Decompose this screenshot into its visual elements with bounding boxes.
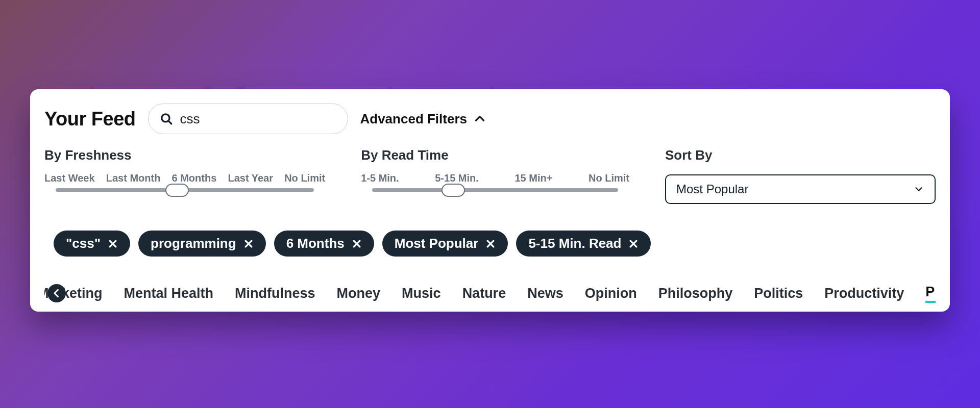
freshness-tick: Last Month	[106, 172, 161, 184]
freshness-slider[interactable]: Last Week Last Month 6 Months Last Year …	[44, 172, 325, 192]
readtime-tick: No Limit	[589, 172, 629, 184]
category-tab[interactable]: Nature	[462, 286, 506, 301]
category-tab[interactable]: Programming	[925, 284, 936, 303]
freshness-control: By Freshness Last Week Last Month 6 Mont…	[44, 147, 325, 204]
freshness-label: By Freshness	[44, 147, 325, 163]
readtime-slider[interactable]: 1-5 Min. 5-15 Min. 15 Min+ No Limit	[361, 172, 629, 192]
search-icon	[160, 112, 173, 125]
advanced-filters-label: Advanced Filters	[360, 111, 468, 127]
category-tab[interactable]: Politics	[754, 286, 803, 301]
filter-chip[interactable]: 5-15 Min. Read	[516, 231, 651, 257]
close-icon[interactable]	[485, 239, 496, 249]
feed-filter-card: Your Feed Advanced Filters By Freshness …	[30, 89, 950, 312]
readtime-ticks: 1-5 Min. 5-15 Min. 15 Min+ No Limit	[361, 172, 629, 184]
category-strip: MarketingMental HealthMindfulnessMoneyMu…	[44, 279, 936, 308]
readtime-thumb[interactable]	[442, 184, 465, 197]
filter-chip[interactable]: programming	[138, 231, 266, 257]
filter-chip[interactable]: Most Popular	[382, 231, 508, 257]
search-field-wrap[interactable]	[148, 104, 348, 134]
freshness-tick: Last Week	[44, 172, 95, 184]
chevron-left-icon	[52, 288, 62, 298]
readtime-tick: 1-5 Min.	[361, 172, 399, 184]
advanced-filters-toggle[interactable]: Advanced Filters	[360, 111, 487, 127]
readtime-tick: 5-15 Min.	[435, 172, 479, 184]
page-title: Your Feed	[44, 108, 136, 130]
readtime-label: By Read Time	[361, 147, 629, 163]
readtime-tick: 15 Min+	[514, 172, 552, 184]
category-tab[interactable]: Opinion	[585, 286, 637, 301]
header-row: Your Feed Advanced Filters	[44, 104, 936, 134]
category-tab[interactable]: Mental Health	[124, 286, 214, 301]
controls-row: By Freshness Last Week Last Month 6 Mont…	[44, 147, 936, 204]
scroll-left-button[interactable]	[47, 284, 66, 302]
category-tab[interactable]: News	[527, 286, 564, 301]
chevron-up-icon	[473, 112, 486, 125]
freshness-tick: Last Year	[228, 172, 273, 184]
close-icon[interactable]	[352, 239, 362, 249]
close-icon[interactable]	[108, 239, 118, 249]
category-tab[interactable]: Music	[402, 286, 441, 301]
chevron-down-icon	[913, 184, 924, 195]
category-tab[interactable]: Philosophy	[658, 286, 733, 301]
search-input[interactable]	[180, 111, 336, 127]
filter-chip-label: "css"	[66, 236, 101, 251]
freshness-tick: No Limit	[284, 172, 325, 184]
active-filter-chips: "css"programming6 MonthsMost Popular5-15…	[44, 231, 936, 257]
svg-line-1	[168, 121, 171, 123]
filter-chip-label: 5-15 Min. Read	[528, 236, 621, 251]
category-tab[interactable]: Money	[337, 286, 381, 301]
close-icon[interactable]	[243, 239, 254, 249]
filter-chip-label: 6 Months	[286, 236, 345, 251]
readtime-control: By Read Time 1-5 Min. 5-15 Min. 15 Min+ …	[361, 147, 629, 204]
sort-selected-value: Most Popular	[676, 182, 748, 196]
filter-chip-label: programming	[151, 236, 236, 251]
freshness-thumb[interactable]	[165, 184, 189, 197]
sort-label: Sort By	[665, 147, 936, 163]
freshness-ticks: Last Week Last Month 6 Months Last Year …	[44, 172, 325, 184]
freshness-tick: 6 Months	[172, 172, 217, 184]
filter-chip-label: Most Popular	[395, 236, 479, 251]
sort-control: Sort By Most Popular	[665, 147, 936, 204]
readtime-track[interactable]	[372, 188, 618, 192]
category-tab[interactable]: Productivity	[824, 286, 904, 301]
category-tab[interactable]: Mindfulness	[235, 286, 315, 301]
close-icon[interactable]	[628, 239, 639, 249]
filter-chip[interactable]: 6 Months	[274, 231, 374, 257]
sort-select[interactable]: Most Popular	[665, 174, 936, 204]
filter-chip[interactable]: "css"	[54, 231, 130, 257]
category-list[interactable]: MarketingMental HealthMindfulnessMoneyMu…	[44, 284, 936, 303]
freshness-track[interactable]	[56, 188, 314, 192]
